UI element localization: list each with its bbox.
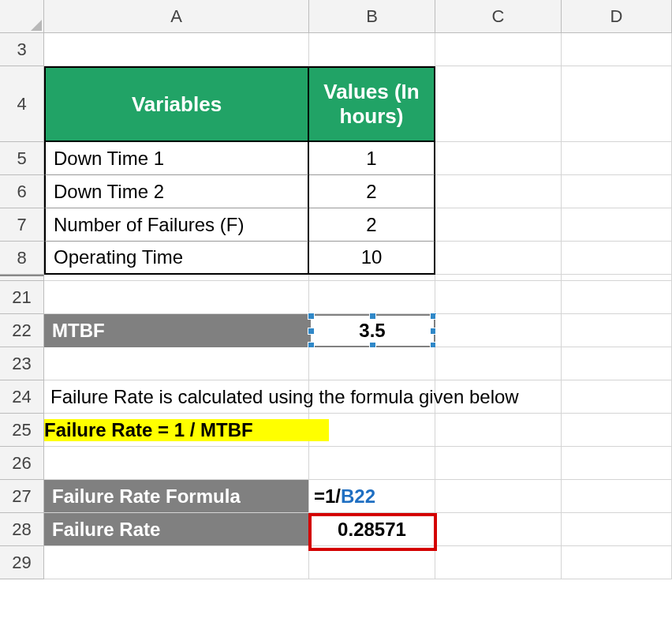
col-header-B[interactable]: B (309, 0, 435, 33)
cell-A25[interactable]: Failure Rate = 1 / MTBF (44, 414, 309, 447)
cell-C21[interactable] (435, 281, 562, 314)
cell-C25[interactable] (435, 414, 562, 447)
formula-cell-ref: B22 (341, 485, 375, 508)
table-header-values[interactable]: Values (In hours) (309, 66, 435, 142)
select-all-triangle[interactable] (0, 0, 44, 33)
cell-A26[interactable] (44, 447, 309, 480)
cell-D8[interactable] (562, 242, 672, 275)
cell-B3[interactable] (309, 33, 435, 66)
table-row-label[interactable]: Number of Failures (F) (44, 208, 309, 242)
svg-marker-0 (31, 20, 42, 31)
col-header-A[interactable]: A (44, 0, 309, 33)
cell-C8[interactable] (435, 242, 562, 275)
cell-D5[interactable] (562, 142, 672, 175)
failure-rate-formula-label[interactable]: Failure Rate Formula (44, 480, 309, 513)
table-row-label[interactable]: Down Time 2 (44, 175, 309, 208)
table-row-label[interactable]: Down Time 1 (44, 142, 309, 175)
failure-rate-formula-cell[interactable]: =1/B22 (309, 480, 435, 513)
cell-D29[interactable] (562, 546, 672, 579)
cell-C4[interactable] (435, 66, 562, 142)
row-header-25[interactable]: 25 (0, 414, 44, 447)
formula-definition: Failure Rate = 1 / MTBF (44, 419, 329, 441)
table-row-value[interactable]: 10 (309, 242, 435, 275)
row-header-27[interactable]: 27 (0, 480, 44, 513)
table-row-value[interactable]: 1 (309, 142, 435, 175)
row-header-24[interactable]: 24 (0, 380, 44, 414)
cell-A23[interactable] (44, 347, 309, 380)
table-row-label[interactable]: Operating Time (44, 242, 309, 275)
col-header-C[interactable]: C (435, 0, 562, 33)
cell-D28[interactable] (562, 513, 672, 546)
failure-rate-label[interactable]: Failure Rate (44, 513, 309, 546)
failure-rate-value[interactable]: 0.28571 (309, 513, 435, 546)
cell-D23[interactable] (562, 347, 672, 380)
spreadsheet-grid[interactable]: A B C D 3 4 Variables Values (In hours) … (0, 0, 672, 579)
cell-D7[interactable] (562, 208, 672, 242)
mtbf-label[interactable]: MTBF (44, 314, 309, 347)
cell-B26[interactable] (309, 447, 435, 480)
formula-prefix: =1/ (314, 485, 341, 508)
cell-D25[interactable] (562, 414, 672, 447)
cell-C23[interactable] (435, 347, 562, 380)
cell-A29[interactable] (44, 546, 309, 579)
cell-A21[interactable] (44, 281, 309, 314)
cell-D21[interactable] (562, 281, 672, 314)
cell-C29[interactable] (435, 546, 562, 579)
cell-C6[interactable] (435, 175, 562, 208)
row-header-23[interactable]: 23 (0, 347, 44, 380)
cell-C27[interactable] (435, 480, 562, 513)
cell-B21[interactable] (309, 281, 435, 314)
cell-D26[interactable] (562, 447, 672, 480)
cell-D4[interactable] (562, 66, 672, 142)
cell-D22[interactable] (562, 314, 672, 347)
row-header-4[interactable]: 4 (0, 66, 44, 142)
cell-D27[interactable] (562, 480, 672, 513)
cell-B29[interactable] (309, 546, 435, 579)
cell-D24[interactable] (562, 380, 672, 414)
cell-B23[interactable] (309, 347, 435, 380)
cell-C3[interactable] (435, 33, 562, 66)
mtbf-value-text: 3.5 (359, 320, 385, 342)
cell-C7[interactable] (435, 208, 562, 242)
table-header-variables[interactable]: Variables (44, 66, 309, 142)
row-header-28[interactable]: 28 (0, 513, 44, 546)
cell-C28[interactable] (435, 513, 562, 546)
row-gap (0, 275, 44, 281)
table-row-value[interactable]: 2 (309, 208, 435, 242)
cell-D6[interactable] (562, 175, 672, 208)
cell-C26[interactable] (435, 447, 562, 480)
mtbf-value-selected[interactable]: 3.5 (309, 314, 435, 347)
cell-A3[interactable] (44, 33, 309, 66)
row-header-3[interactable]: 3 (0, 33, 44, 66)
row-header-29[interactable]: 29 (0, 546, 44, 579)
explain-text[interactable]: Failure Rate is calculated using the for… (44, 380, 309, 414)
row-header-7[interactable]: 7 (0, 208, 44, 242)
row-header-8[interactable]: 8 (0, 242, 44, 275)
row-header-21[interactable]: 21 (0, 281, 44, 314)
row-header-5[interactable]: 5 (0, 142, 44, 175)
cell-C22[interactable] (435, 314, 562, 347)
cell-D3[interactable] (562, 33, 672, 66)
cell-C5[interactable] (435, 142, 562, 175)
row-header-26[interactable]: 26 (0, 447, 44, 480)
table-row-value[interactable]: 2 (309, 175, 435, 208)
col-header-D[interactable]: D (562, 0, 672, 33)
row-header-6[interactable]: 6 (0, 175, 44, 208)
row-header-22[interactable]: 22 (0, 314, 44, 347)
